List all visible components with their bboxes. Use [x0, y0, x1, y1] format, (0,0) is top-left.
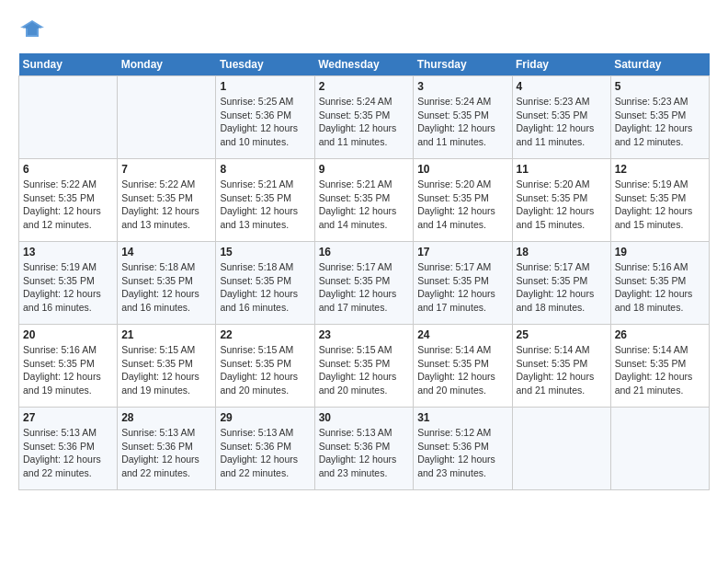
- day-info: Sunrise: 5:19 AMSunset: 5:35 PMDaylight:…: [615, 178, 705, 232]
- calendar-cell: 22 Sunrise: 5:15 AMSunset: 5:35 PMDaylig…: [216, 325, 314, 408]
- day-info: Sunrise: 5:17 AMSunset: 5:35 PMDaylight:…: [517, 260, 607, 315]
- day-number: 17: [417, 246, 507, 259]
- calendar-week-row: 20 Sunrise: 5:16 AMSunset: 5:35 PMDaylig…: [19, 325, 710, 408]
- day-info: Sunrise: 5:17 AMSunset: 5:35 PMDaylight:…: [319, 260, 410, 315]
- calendar-cell: 11 Sunrise: 5:20 AMSunset: 5:35 PMDaylig…: [512, 159, 610, 242]
- day-number: 9: [319, 163, 410, 176]
- calendar-week-row: 6 Sunrise: 5:22 AMSunset: 5:35 PMDayligh…: [19, 159, 710, 242]
- day-number: 8: [220, 163, 310, 176]
- day-number: 13: [23, 246, 113, 259]
- day-info: Sunrise: 5:20 AMSunset: 5:35 PMDaylight:…: [517, 178, 607, 232]
- calendar-cell: [118, 76, 216, 159]
- calendar-cell: 14 Sunrise: 5:18 AMSunset: 5:35 PMDaylig…: [118, 242, 216, 325]
- day-info: Sunrise: 5:21 AMSunset: 5:35 PMDaylight:…: [319, 178, 410, 232]
- calendar-cell: 12 Sunrise: 5:19 AMSunset: 5:35 PMDaylig…: [610, 159, 709, 242]
- calendar-week-row: 13 Sunrise: 5:19 AMSunset: 5:35 PMDaylig…: [19, 242, 710, 325]
- day-number: 4: [517, 80, 607, 93]
- day-info: Sunrise: 5:21 AMSunset: 5:35 PMDaylight:…: [220, 178, 310, 232]
- page-header: [18, 18, 710, 44]
- day-info: Sunrise: 5:14 AMSunset: 5:35 PMDaylight:…: [615, 343, 705, 397]
- calendar-cell: 17 Sunrise: 5:17 AMSunset: 5:35 PMDaylig…: [414, 242, 512, 325]
- calendar-cell: 24 Sunrise: 5:14 AMSunset: 5:35 PMDaylig…: [414, 325, 512, 408]
- day-number: 23: [319, 328, 410, 341]
- day-number: 18: [517, 246, 607, 259]
- day-number: 24: [417, 328, 507, 341]
- day-number: 27: [23, 411, 113, 424]
- calendar-cell: 2 Sunrise: 5:24 AMSunset: 5:35 PMDayligh…: [314, 76, 414, 159]
- calendar-cell: 19 Sunrise: 5:16 AMSunset: 5:35 PMDaylig…: [610, 242, 709, 325]
- day-info: Sunrise: 5:14 AMSunset: 5:35 PMDaylight:…: [517, 343, 607, 397]
- day-info: Sunrise: 5:18 AMSunset: 5:35 PMDaylight:…: [220, 260, 310, 315]
- day-number: 20: [23, 328, 113, 341]
- day-number: 6: [23, 163, 113, 176]
- day-number: 1: [220, 80, 310, 93]
- col-header-friday: Friday: [512, 53, 610, 76]
- calendar-cell: 7 Sunrise: 5:22 AMSunset: 5:35 PMDayligh…: [118, 159, 216, 242]
- calendar-cell: 31 Sunrise: 5:12 AMSunset: 5:36 PMDaylig…: [414, 408, 512, 490]
- calendar-cell: 5 Sunrise: 5:23 AMSunset: 5:35 PMDayligh…: [610, 76, 709, 159]
- calendar-cell: 1 Sunrise: 5:25 AMSunset: 5:36 PMDayligh…: [216, 76, 314, 159]
- col-header-sunday: Sunday: [19, 53, 118, 76]
- day-number: 28: [121, 411, 211, 424]
- col-header-saturday: Saturday: [610, 53, 709, 76]
- calendar-cell: 16 Sunrise: 5:17 AMSunset: 5:35 PMDaylig…: [314, 242, 414, 325]
- day-info: Sunrise: 5:15 AMSunset: 5:35 PMDaylight:…: [319, 343, 410, 397]
- day-info: Sunrise: 5:25 AMSunset: 5:36 PMDaylight:…: [220, 95, 310, 149]
- day-info: Sunrise: 5:13 AMSunset: 5:36 PMDaylight:…: [23, 426, 113, 480]
- day-info: Sunrise: 5:18 AMSunset: 5:35 PMDaylight:…: [121, 260, 211, 315]
- day-info: Sunrise: 5:24 AMSunset: 5:35 PMDaylight:…: [319, 95, 410, 149]
- calendar-cell: 28 Sunrise: 5:13 AMSunset: 5:36 PMDaylig…: [118, 408, 216, 490]
- day-info: Sunrise: 5:24 AMSunset: 5:35 PMDaylight:…: [417, 95, 507, 149]
- day-info: Sunrise: 5:22 AMSunset: 5:35 PMDaylight:…: [23, 178, 113, 232]
- day-number: 2: [319, 80, 410, 93]
- day-number: 26: [615, 328, 705, 341]
- day-number: 31: [417, 411, 507, 424]
- calendar-cell: 26 Sunrise: 5:14 AMSunset: 5:35 PMDaylig…: [610, 325, 709, 408]
- col-header-thursday: Thursday: [414, 53, 512, 76]
- calendar-cell: 20 Sunrise: 5:16 AMSunset: 5:35 PMDaylig…: [19, 325, 118, 408]
- calendar-cell: 3 Sunrise: 5:24 AMSunset: 5:35 PMDayligh…: [414, 76, 512, 159]
- day-info: Sunrise: 5:20 AMSunset: 5:35 PMDaylight:…: [417, 178, 507, 232]
- day-number: 15: [220, 246, 310, 259]
- logo-icon: [18, 18, 46, 44]
- calendar-cell: 9 Sunrise: 5:21 AMSunset: 5:35 PMDayligh…: [314, 159, 414, 242]
- day-info: Sunrise: 5:14 AMSunset: 5:35 PMDaylight:…: [417, 343, 507, 397]
- calendar-cell: 18 Sunrise: 5:17 AMSunset: 5:35 PMDaylig…: [512, 242, 610, 325]
- day-info: Sunrise: 5:23 AMSunset: 5:35 PMDaylight:…: [517, 95, 607, 149]
- day-info: Sunrise: 5:13 AMSunset: 5:36 PMDaylight:…: [220, 426, 310, 480]
- day-number: 10: [417, 163, 507, 176]
- day-number: 7: [121, 163, 211, 176]
- calendar-cell: 29 Sunrise: 5:13 AMSunset: 5:36 PMDaylig…: [216, 408, 314, 490]
- day-info: Sunrise: 5:23 AMSunset: 5:35 PMDaylight:…: [615, 95, 705, 149]
- day-number: 22: [220, 328, 310, 341]
- calendar-header-row: SundayMondayTuesdayWednesdayThursdayFrid…: [19, 53, 710, 76]
- day-number: 30: [319, 411, 410, 424]
- calendar-cell: 13 Sunrise: 5:19 AMSunset: 5:35 PMDaylig…: [19, 242, 118, 325]
- calendar-week-row: 1 Sunrise: 5:25 AMSunset: 5:36 PMDayligh…: [19, 76, 710, 159]
- day-number: 29: [220, 411, 310, 424]
- logo: [18, 18, 50, 44]
- calendar-cell: 23 Sunrise: 5:15 AMSunset: 5:35 PMDaylig…: [314, 325, 414, 408]
- calendar-cell: 30 Sunrise: 5:13 AMSunset: 5:36 PMDaylig…: [314, 408, 414, 490]
- day-number: 14: [121, 246, 211, 259]
- day-number: 5: [615, 80, 705, 93]
- col-header-monday: Monday: [118, 53, 216, 76]
- day-number: 16: [319, 246, 410, 259]
- calendar-cell: 25 Sunrise: 5:14 AMSunset: 5:35 PMDaylig…: [512, 325, 610, 408]
- calendar-cell: [19, 76, 118, 159]
- calendar-cell: 21 Sunrise: 5:15 AMSunset: 5:35 PMDaylig…: [118, 325, 216, 408]
- col-header-wednesday: Wednesday: [314, 53, 414, 76]
- calendar-cell: 10 Sunrise: 5:20 AMSunset: 5:35 PMDaylig…: [414, 159, 512, 242]
- calendar-cell: 8 Sunrise: 5:21 AMSunset: 5:35 PMDayligh…: [216, 159, 314, 242]
- day-info: Sunrise: 5:22 AMSunset: 5:35 PMDaylight:…: [121, 178, 211, 232]
- calendar-cell: [610, 408, 709, 490]
- day-info: Sunrise: 5:16 AMSunset: 5:35 PMDaylight:…: [615, 260, 705, 315]
- day-number: 11: [517, 163, 607, 176]
- day-info: Sunrise: 5:17 AMSunset: 5:35 PMDaylight:…: [417, 260, 507, 315]
- calendar-week-row: 27 Sunrise: 5:13 AMSunset: 5:36 PMDaylig…: [19, 408, 710, 490]
- calendar-cell: 6 Sunrise: 5:22 AMSunset: 5:35 PMDayligh…: [19, 159, 118, 242]
- day-number: 19: [615, 246, 705, 259]
- day-info: Sunrise: 5:12 AMSunset: 5:36 PMDaylight:…: [417, 426, 507, 480]
- day-info: Sunrise: 5:13 AMSunset: 5:36 PMDaylight:…: [121, 426, 211, 480]
- day-number: 3: [417, 80, 507, 93]
